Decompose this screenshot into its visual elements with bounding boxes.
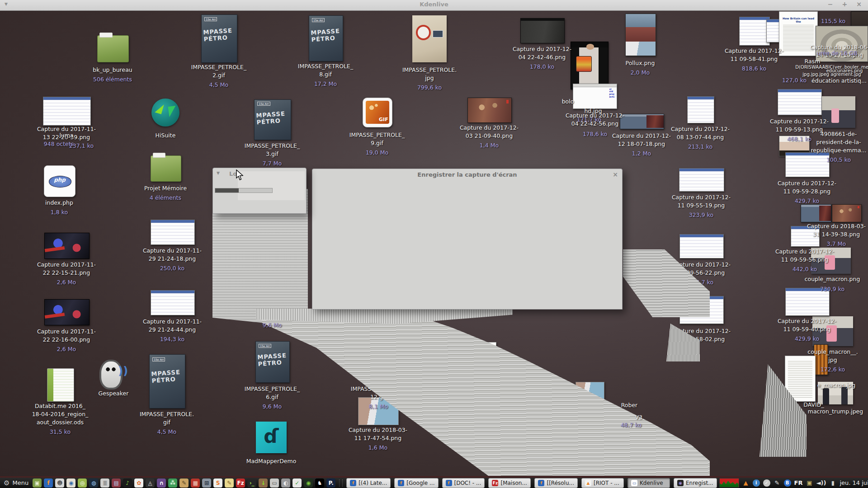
audio-player-green-icon[interactable]: ◎: [78, 479, 87, 488]
music-player-icon[interactable]: ♪: [123, 479, 132, 488]
impasse-petrole-9-gif-label[interactable]: 9.gif: [371, 139, 383, 147]
impasse-petrole-8-gif-label[interactable]: 8.gif: [319, 70, 332, 79]
index-php-label[interactable]: index.php: [45, 199, 73, 207]
capture-2017-11-13-22-20-39-png-thumbnail[interactable]: [43, 97, 91, 126]
pollux-png-thumbnail[interactable]: [625, 14, 656, 56]
capture-2017-12-11-09-56-22-png-thumbnail[interactable]: [679, 234, 724, 258]
capture-2017-11-29-21-24-44-png-thumbnail[interactable]: [151, 290, 195, 315]
task-kdenlive-button[interactable]: ▭Kdenlive: [627, 478, 670, 488]
capture-2017-12-11-09-59-28-png-label[interactable]: Capture du 2017-12-: [778, 179, 836, 188]
impasse-petrole-3-gif-label[interactable]: 3.gif: [266, 150, 278, 158]
impasse-petrole-jpg-label[interactable]: IMPASSE_PETROLE.: [402, 66, 457, 74]
impasse-petrole-3-gif-label[interactable]: IMPASSE_PETROLE_: [245, 142, 300, 150]
capture-2017-11-22-22-16-00-png-thumbnail[interactable]: [44, 299, 90, 325]
eye-viewer-icon[interactable]: ◉: [66, 479, 75, 488]
battery-icon[interactable]: ▮: [829, 479, 836, 487]
capture-2017-11-29-21-24-44-png-label[interactable]: 29 21-24-44.png: [149, 326, 196, 334]
pollux-png-label[interactable]: Pollux.png: [626, 59, 655, 67]
capture-2018-03-11-17-47-54-png-label[interactable]: Capture du 2018-03-: [349, 426, 407, 434]
notes-editor-icon[interactable]: ✎: [225, 479, 234, 488]
capture-2017-12-12-18-07-18-png-label[interactable]: 12 18-07-18.png: [618, 140, 665, 148]
capture-2018-03-31-14-39-38-png-label[interactable]: 31 14-39-38.png: [813, 230, 860, 239]
text-notes-icon[interactable]: ≣: [100, 479, 109, 488]
task-resolu-button[interactable]: f[[Résolu...: [534, 478, 578, 488]
hisuite-label[interactable]: HiSuite: [156, 131, 176, 140]
calculator-icon[interactable]: ⊞: [202, 479, 211, 488]
sphere-dark-icon[interactable]: ◉: [304, 479, 313, 488]
shade-icon[interactable]: ▼: [217, 171, 220, 175]
save-screenshot-dialog[interactable]: Enregistrer la capture d'écran ×: [312, 169, 623, 310]
unity3d-icon[interactable]: ◬: [146, 479, 155, 488]
vlc-tray-icon[interactable]: ▲: [742, 479, 750, 487]
ods-databit-region-aout-label[interactable]: aout_dossier.ods: [37, 418, 84, 427]
gespeaker-label[interactable]: Gespeaker: [99, 389, 129, 398]
madmapperdemo-label[interactable]: MadMapperDemo: [246, 457, 297, 465]
headphones-app-icon[interactable]: ∩: [157, 479, 166, 488]
impasse-petrole-6-gif-label[interactable]: 6.gif: [266, 393, 278, 401]
capture-2017-12-11-09-59-28-png-thumbnail[interactable]: [785, 152, 830, 177]
capture-2017-11-29-21-24-18-png-thumbnail[interactable]: [151, 220, 195, 245]
capture-2017-12-11-09-59-40-png-label[interactable]: Capture du 2017-12-: [778, 317, 836, 325]
capture-2017-12-11-09-55-19-png-thumbnail[interactable]: [679, 168, 724, 192]
capture-2017-12-11-09-59-13-png-label[interactable]: 11 09-59-13.png: [776, 126, 823, 134]
capture-2017-11-22-22-16-00-png-label[interactable]: 22 22-16-00.png: [43, 336, 90, 344]
folder-projet-memoire-label[interactable]: Projet Mémoire: [144, 184, 187, 192]
capture-2017-11-13-22-20-39-png-label[interactable]: 13 22-20-39.png: [43, 133, 90, 141]
folder-bk-up-bureau-thumbnail[interactable]: [97, 35, 129, 62]
display-tray-icon[interactable]: ▣: [806, 479, 813, 487]
ods-databit-region-aout-label[interactable]: Databit.me 2016_: [35, 402, 85, 410]
keyboard-layout-icon[interactable]: FR: [794, 479, 803, 487]
capture-2017-12-11-09-59-40-png-thumbnail[interactable]: [785, 288, 830, 316]
bluetooth-icon[interactable]: B: [784, 479, 791, 487]
capture-2017-12-11-09-59-40-png-label[interactable]: 11 09-59-40.png: [783, 325, 830, 333]
capture-2017-12-04-22-42-46-png-label[interactable]: Capture du 2017-12-: [513, 45, 571, 53]
capture-2017-11-22-22-15-21-png-label[interactable]: 22 22-15-21.png: [43, 269, 90, 277]
capture-2017-12-12-18-07-18-png-thumbnail[interactable]: [620, 114, 664, 129]
capture-2017-12-03-21-09-40-png-label[interactable]: 03 21-09-40.png: [466, 132, 513, 140]
impasse-petrole-jpg-thumbnail[interactable]: [412, 15, 447, 62]
photo-manager-icon[interactable]: ✿: [134, 479, 143, 488]
impasse-petrole-9-gif-label[interactable]: IMPASSE_PETROLE_: [349, 131, 405, 139]
camera-lens-icon[interactable]: ◍: [89, 479, 98, 488]
capture-2017-12-11-09-59-13-png-thumbnail[interactable]: [778, 89, 822, 115]
impasse-petrole-8-gif-label[interactable]: IMPASSE_PETROLE_: [298, 62, 354, 70]
macron-trump-photo-thumbnail[interactable]: [818, 382, 853, 404]
thumb-2018-03-31-b-thumbnail[interactable]: [832, 204, 862, 222]
sublime-text-icon[interactable]: S: [213, 479, 222, 488]
minimize-icon[interactable]: −: [828, 0, 833, 8]
display-app-icon[interactable]: ▭: [270, 479, 279, 488]
sphere-gray-icon[interactable]: ◐: [281, 479, 290, 488]
capture-2017-12-11-09-58-41-png-label[interactable]: 11 09-58-41.png: [731, 55, 778, 63]
capture-2017-12-11-09-59-56-png-label[interactable]: Capture du 2017-12-: [775, 248, 834, 256]
molecules-app-icon[interactable]: ⁂: [168, 479, 177, 488]
red-machine-icon[interactable]: ▦: [191, 479, 200, 488]
president-republique-emmanuel-label[interactable]: 4908661-de-: [821, 130, 857, 138]
updates-check-icon[interactable]: ✓: [763, 479, 770, 487]
capture-2017-12-11-09-58-41-png-thumbnail[interactable]: [739, 17, 770, 46]
file-manager-icon[interactable]: ▣: [33, 479, 42, 488]
capture-2017-11-22-22-15-21-png-thumbnail[interactable]: [44, 233, 90, 259]
capture-2017-11-22-22-16-00-png-label[interactable]: Capture du 2017-11-: [37, 328, 96, 336]
filezilla-launcher-icon[interactable]: Fz: [236, 479, 245, 488]
close-icon[interactable]: ×: [856, 0, 862, 8]
task-latest-button[interactable]: f[(4) Late...: [346, 478, 391, 488]
impasse-petrole-9-gif-thumbnail[interactable]: [363, 98, 392, 127]
firefox-icon[interactable]: f: [44, 479, 53, 488]
package-installer-icon[interactable]: ↓: [259, 479, 268, 488]
system-monitor-graph[interactable]: [719, 478, 739, 488]
thumb-2018-03-31-a-thumbnail[interactable]: [801, 204, 831, 222]
volume-icon[interactable]: ◄)): [816, 479, 826, 487]
impasse-petrole-gif-label[interactable]: IMPASSE_PETROLE.: [140, 410, 194, 418]
terminal-icon[interactable]: ›_: [247, 479, 256, 488]
capture-2017-12-11-09-55-19-png-label[interactable]: 11 09-55-19.png: [678, 202, 725, 210]
capture-2018-03-11-17-47-54-png-label[interactable]: 11 17-47-54.png: [354, 434, 401, 442]
applications-menu-button[interactable]: ⚙ Menu: [4, 479, 28, 487]
impasse-petrole-2-gif-thumbnail[interactable]: [201, 14, 237, 63]
p-dock-icon[interactable]: P.: [326, 479, 335, 488]
bolo-hd-jpg-photo-thumbnail[interactable]: [571, 42, 609, 89]
impasse-petrole-3-gif-thumbnail[interactable]: [254, 99, 291, 140]
video-film-icon[interactable]: ▤: [112, 479, 121, 488]
couple-macron-jpg-label[interactable]: couple_macron__.: [807, 348, 858, 356]
capture-2017-11-29-21-24-44-png-label[interactable]: Capture du 2017-11-: [143, 318, 202, 326]
president-republique-emmanuel-label[interactable]: republique-emma...: [811, 146, 867, 155]
